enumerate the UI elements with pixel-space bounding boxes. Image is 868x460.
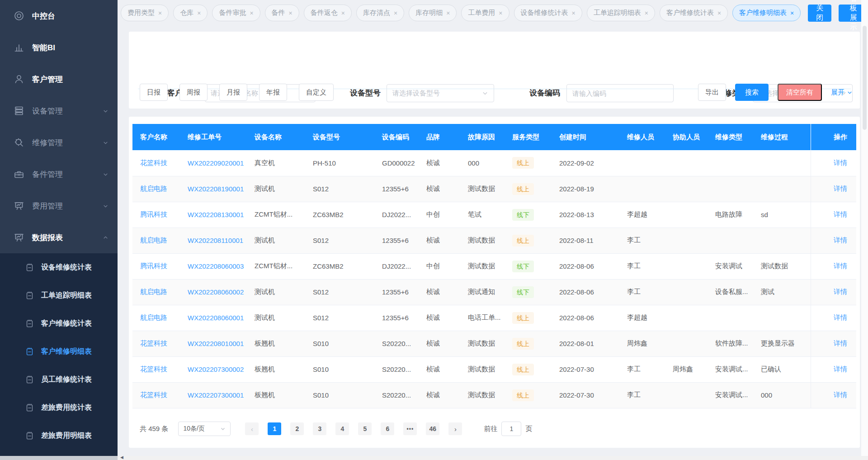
- detail-link[interactable]: 详情: [834, 236, 847, 244]
- page-button-4[interactable]: 4: [335, 422, 349, 435]
- sidebar-item-1[interactable]: 智能BI: [0, 32, 118, 63]
- filter-select-1[interactable]: 请选择设备型号: [387, 84, 494, 102]
- sidebar-item-4[interactable]: 维修管理: [0, 127, 118, 158]
- customer-link[interactable]: 航启电路: [140, 313, 167, 321]
- search-button[interactable]: 搜索: [735, 84, 769, 101]
- work-order-link[interactable]: WX202208060002: [188, 288, 244, 296]
- period-button-2[interactable]: 月报: [219, 84, 247, 101]
- customer-link[interactable]: 腾讯科技: [140, 210, 167, 218]
- period-button-0[interactable]: 日报: [140, 84, 168, 101]
- work-order-link[interactable]: WX202208060001: [188, 314, 244, 322]
- work-order-link[interactable]: WX202208130001: [188, 211, 244, 218]
- page-button-46[interactable]: 46: [426, 422, 439, 435]
- work-order-link[interactable]: WX202208110001: [188, 237, 243, 244]
- tab-10[interactable]: 客户维修统计表×: [660, 5, 728, 21]
- sidebar-item-0[interactable]: 中控台: [0, 0, 118, 32]
- tab-2[interactable]: 备件审批×: [212, 5, 260, 21]
- close-icon[interactable]: ×: [572, 10, 576, 16]
- customer-link[interactable]: 花篮科技: [140, 391, 167, 398]
- tab-4[interactable]: 备件返仓×: [304, 5, 352, 21]
- detail-link[interactable]: 详情: [834, 185, 847, 192]
- sidebar-subitem-3[interactable]: 客户维修明细表: [0, 337, 118, 365]
- detail-link[interactable]: 详情: [834, 313, 847, 321]
- sidebar-subitem-2[interactable]: 客户维修统计表: [0, 309, 118, 337]
- work-order-link[interactable]: WX202209020001: [188, 159, 244, 167]
- close-icon[interactable]: ×: [197, 10, 201, 16]
- tab-0[interactable]: 费用类型×: [121, 5, 169, 21]
- tab-1[interactable]: 仓库×: [173, 5, 208, 21]
- customer-link[interactable]: 航启电路: [140, 236, 167, 244]
- sidebar-subitem-0[interactable]: 设备维修统计表: [0, 253, 118, 281]
- expand-toggle[interactable]: 展开: [831, 88, 853, 97]
- work-order-link[interactable]: WX202208190001: [188, 185, 244, 193]
- filter-input-2[interactable]: [566, 84, 674, 102]
- goto-page: 前往 页: [484, 422, 532, 436]
- export-button[interactable]: 导出: [698, 84, 726, 101]
- period-button-4[interactable]: 自定义: [299, 84, 334, 101]
- period-button-1[interactable]: 周报: [179, 84, 208, 101]
- sidebar-subitem-4[interactable]: 员工维修统计表: [0, 365, 118, 394]
- work-order-link[interactable]: WX202207300002: [188, 365, 244, 373]
- work-order-link[interactable]: WX202208060003: [188, 262, 244, 270]
- horizontal-scrollbar[interactable]: ◀: [0, 456, 868, 460]
- page-button-5[interactable]: 5: [358, 422, 372, 435]
- tab-5[interactable]: 库存清点×: [356, 5, 404, 21]
- customer-link[interactable]: 航启电路: [140, 288, 167, 295]
- customer-link[interactable]: 花篮科技: [140, 159, 167, 166]
- sidebar-subitem-1[interactable]: 工单追踪明细表: [0, 281, 118, 309]
- sidebar-item-7[interactable]: 数据报表: [0, 222, 118, 253]
- prev-page-button[interactable]: ‹: [245, 422, 259, 435]
- close-icon[interactable]: ×: [499, 10, 502, 16]
- sidebar-item-2[interactable]: 客户管理: [0, 63, 118, 95]
- detail-link[interactable]: 详情: [834, 159, 847, 166]
- page-button-2[interactable]: 2: [290, 422, 304, 435]
- close-icon[interactable]: ×: [289, 10, 292, 16]
- sidebar-item-3[interactable]: 设备管理: [0, 95, 118, 127]
- horizontal-scrollbar-thumb[interactable]: [0, 456, 118, 460]
- close-icon[interactable]: ×: [394, 10, 397, 16]
- customer-link[interactable]: 花篮科技: [140, 339, 167, 347]
- close-icon[interactable]: ×: [645, 10, 648, 16]
- clear-all-button[interactable]: 清空所有: [778, 84, 822, 101]
- sidebar-item-6[interactable]: 费用管理: [0, 190, 118, 222]
- tab-6[interactable]: 库存明细×: [409, 5, 457, 21]
- page-button-3[interactable]: 3: [313, 422, 326, 435]
- detail-link[interactable]: 详情: [834, 210, 847, 218]
- sidebar-subitem-5[interactable]: 差旅费用统计表: [0, 394, 118, 422]
- tab-7[interactable]: 工单费用×: [461, 5, 509, 21]
- sidebar-subitem-6[interactable]: 差旅费用明细表: [0, 422, 118, 450]
- page-size-select[interactable]: 10条/页: [178, 422, 231, 436]
- cell-action: 详情: [811, 253, 856, 279]
- work-order-link[interactable]: WX202207300001: [188, 391, 244, 399]
- goto-page-input[interactable]: [501, 422, 521, 436]
- detail-link[interactable]: 详情: [834, 288, 847, 295]
- tab-11[interactable]: 客户维修明细表×: [732, 5, 801, 21]
- close-icon[interactable]: ×: [250, 10, 253, 16]
- tab-8[interactable]: 设备维修统计表×: [514, 5, 582, 21]
- page-button-6[interactable]: 6: [381, 422, 394, 435]
- close-button[interactable]: 关闭: [808, 5, 831, 22]
- filter-text-input[interactable]: [572, 90, 668, 97]
- page-button-1[interactable]: 1: [268, 422, 281, 435]
- close-icon[interactable]: ×: [446, 10, 450, 16]
- close-icon[interactable]: ×: [717, 10, 721, 16]
- close-icon[interactable]: ×: [341, 10, 345, 16]
- detail-link[interactable]: 详情: [834, 391, 847, 398]
- vertical-scrollbar[interactable]: [861, 0, 868, 456]
- close-icon[interactable]: ×: [158, 10, 162, 16]
- vertical-scrollbar-thumb[interactable]: [863, 26, 867, 130]
- tab-3[interactable]: 备件×: [265, 5, 299, 21]
- close-icon[interactable]: ×: [790, 10, 794, 16]
- next-page-button[interactable]: ›: [448, 422, 462, 435]
- sidebar-item-5[interactable]: 备件管理: [0, 158, 118, 190]
- detail-link[interactable]: 详情: [834, 339, 847, 347]
- period-button-3[interactable]: 年报: [259, 84, 287, 101]
- detail-link[interactable]: 详情: [834, 365, 847, 373]
- work-order-link[interactable]: WX202208010001: [188, 340, 244, 347]
- customer-link[interactable]: 航启电路: [140, 185, 167, 192]
- customer-link[interactable]: 腾讯科技: [140, 262, 167, 270]
- detail-link[interactable]: 详情: [834, 262, 847, 270]
- customer-link[interactable]: 花篮科技: [140, 365, 167, 373]
- tab-9[interactable]: 工单追踪明细表×: [587, 5, 655, 21]
- more-pages-button[interactable]: •••: [403, 422, 417, 435]
